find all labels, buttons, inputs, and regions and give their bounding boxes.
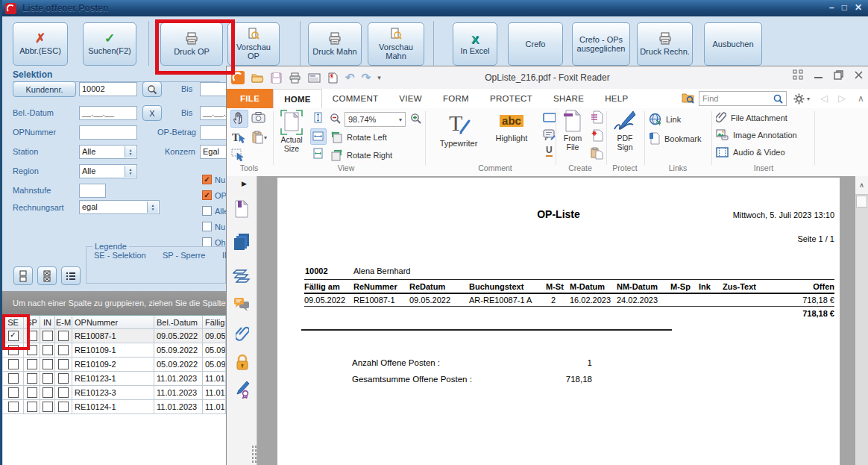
druck-op-button[interactable]: Druck OP xyxy=(160,22,223,66)
find-options-gear-icon[interactable] xyxy=(793,93,805,104)
app-close-icon[interactable]: ✕ xyxy=(855,2,862,13)
app-maximize-icon[interactable]: □ xyxy=(842,2,847,13)
se-checkbox[interactable]: ✓ xyxy=(8,331,19,341)
em-checkbox[interactable] xyxy=(58,345,69,355)
sp-checkbox[interactable] xyxy=(27,359,37,369)
rechnungsart-select[interactable]: egal ▲▼ xyxy=(79,200,160,214)
se-checkbox[interactable] xyxy=(8,359,19,369)
table-row[interactable]: RE10109-2 05.09.2022 05.09 xyxy=(3,358,226,372)
tab-home[interactable]: HOME xyxy=(273,89,322,108)
kundennr-search-button[interactable] xyxy=(142,81,162,97)
table-row[interactable]: RE10123-3 11.01.2023 11.01 xyxy=(3,386,226,400)
spinner-icon[interactable]: ▲▼ xyxy=(125,166,136,177)
from-scanner-button[interactable] xyxy=(591,110,603,124)
sp-checkbox[interactable] xyxy=(27,345,37,355)
actual-size-button[interactable]: Actual Size xyxy=(274,110,309,153)
fit-visible-button[interactable] xyxy=(312,147,324,160)
find-gear-dropdown-icon[interactable]: ▾ xyxy=(807,96,810,102)
from-file-button[interactable]: From File xyxy=(557,110,588,152)
zoom-out-button[interactable] xyxy=(330,113,342,125)
em-checkbox[interactable] xyxy=(58,331,69,341)
bookmark-button[interactable]: Bookmark xyxy=(649,132,702,145)
opnummer-input[interactable] xyxy=(79,125,137,140)
druck-rechn-button[interactable]: Druck Rechn. xyxy=(637,22,693,66)
kundennr-button[interactable]: Kundennr. xyxy=(13,81,76,97)
typewriter-button[interactable]: T Typewriter xyxy=(434,110,483,148)
in-checkbox[interactable] xyxy=(43,359,53,369)
snapshot-button[interactable] xyxy=(251,111,265,123)
checkbox[interactable] xyxy=(202,222,212,231)
in-checkbox[interactable] xyxy=(43,345,53,355)
table-row[interactable]: RE10123-1 11.01.2023 11.01 xyxy=(3,372,226,386)
spinner-icon[interactable]: ▲▼ xyxy=(125,146,136,157)
em-checkbox[interactable] xyxy=(58,402,69,412)
email-icon[interactable] xyxy=(308,73,321,83)
col-header-se[interactable]: SE xyxy=(3,316,24,329)
crefo-ops-ausgeglichen-button[interactable]: Crefo - OPs ausgeglichen xyxy=(572,22,630,66)
sp-checkbox[interactable] xyxy=(27,331,37,341)
col-header-opnummer[interactable]: OPNummer xyxy=(72,316,154,329)
sidebar-signatures-icon[interactable] xyxy=(234,381,251,399)
window-restore-icon[interactable] xyxy=(834,70,843,80)
sp-checkbox[interactable] xyxy=(27,387,37,398)
qat-dropdown-icon[interactable]: ▾ xyxy=(377,74,381,81)
bel-datum-input[interactable]: __.__.__ xyxy=(79,106,137,120)
sidebar-security-icon[interactable] xyxy=(235,354,250,372)
zoom-in-button[interactable] xyxy=(410,113,422,125)
tab-help[interactable]: HELP xyxy=(594,89,638,108)
find-magnifier-icon[interactable] xyxy=(773,94,783,104)
link-button[interactable]: Link xyxy=(649,113,681,125)
clipboard-button[interactable]: ▾ xyxy=(251,131,267,144)
checkbox[interactable] xyxy=(202,206,212,216)
sidebar-layers-icon[interactable] xyxy=(233,266,251,284)
station-select[interactable]: Alle ▲▼ xyxy=(79,145,137,159)
col-header-in[interactable]: IN xyxy=(40,316,55,329)
bel-datum-clear-button[interactable]: X xyxy=(142,105,162,121)
list-view-button[interactable] xyxy=(61,266,81,285)
hand-tool-button[interactable] xyxy=(230,110,248,128)
table-row[interactable]: ✓ RE10087-1 09.05.2022 09.05 xyxy=(3,329,226,343)
note-tool-button[interactable] xyxy=(543,129,556,141)
scroll-up-icon[interactable]: ∧ xyxy=(855,176,868,195)
em-checkbox[interactable] xyxy=(58,373,69,384)
audio-video-button[interactable]: Audio & Video xyxy=(716,147,785,157)
se-checkbox[interactable] xyxy=(8,345,19,355)
se-checkbox[interactable] xyxy=(8,373,19,384)
col-header-sp[interactable]: SP xyxy=(24,316,40,329)
col-header-em[interactable]: E-M xyxy=(55,316,72,329)
rotate-right-button[interactable]: Rotate Right xyxy=(330,149,392,161)
checkbox[interactable]: ✓ xyxy=(202,175,212,184)
tab-view[interactable]: VIEW xyxy=(389,89,433,108)
tab-file[interactable]: FILE xyxy=(227,89,273,108)
image-annotation-button[interactable]: Image Annotation xyxy=(716,129,797,140)
select-text-button[interactable]: T xyxy=(231,131,246,144)
mahnstufe-input[interactable] xyxy=(79,184,106,198)
from-clipboard-button[interactable] xyxy=(591,146,603,160)
window-minimize-icon[interactable] xyxy=(814,70,823,80)
in-excel-button[interactable]: X In Excel xyxy=(453,22,497,66)
region-select[interactable]: Alle ▲▼ xyxy=(79,164,137,178)
kundennr-input[interactable]: 10002 xyxy=(79,82,137,96)
tab-share[interactable]: SHARE xyxy=(543,89,594,108)
select-none-button[interactable] xyxy=(13,266,33,285)
layout-grid-icon[interactable] xyxy=(793,69,803,80)
col-header-beldatum[interactable]: Bel.-Datum xyxy=(154,316,203,329)
suchen-button[interactable]: ✓ Suchen(F2) xyxy=(83,22,136,66)
vorschau-op-button[interactable]: Vorschau OP xyxy=(227,22,280,66)
tab-form[interactable]: FORM xyxy=(433,89,479,108)
sidebar-pages-icon[interactable] xyxy=(233,233,250,251)
collapse-ribbon-icon[interactable]: ∧ xyxy=(858,93,864,104)
find-input[interactable]: Find xyxy=(699,91,787,106)
sidebar-bookmarks-icon[interactable] xyxy=(233,200,248,218)
underline-tool-button[interactable]: U xyxy=(546,146,553,157)
abbrechen-button[interactable]: ✗ Abbr.(ESC) xyxy=(13,22,68,66)
rotate-left-button[interactable]: Rotate Left xyxy=(330,131,387,143)
redo-icon[interactable]: ↷ xyxy=(362,71,371,84)
new-document-icon[interactable] xyxy=(327,72,339,84)
app-minimize-icon[interactable]: – xyxy=(829,2,834,13)
em-checkbox[interactable] xyxy=(58,387,69,398)
pdf-vertical-scrollbar[interactable]: ∧ xyxy=(855,176,868,465)
fit-page-button[interactable] xyxy=(312,111,324,124)
in-checkbox[interactable] xyxy=(43,402,53,412)
sidebar-expand-icon[interactable]: ▶ xyxy=(242,180,247,187)
